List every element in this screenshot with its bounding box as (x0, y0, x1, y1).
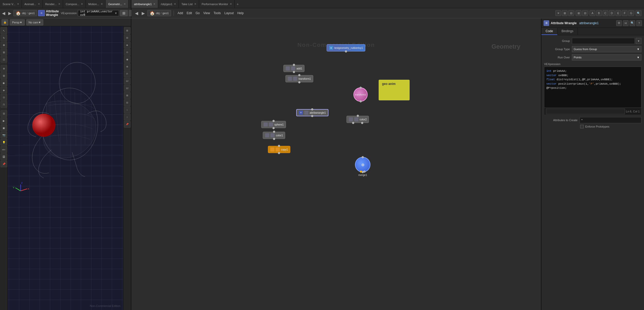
layout-d-button[interactable]: D (609, 10, 615, 16)
paint-button[interactable]: ◉ (1, 79, 7, 86)
layout-a-button[interactable]: A (590, 10, 595, 16)
node-color1[interactable]: color1 (263, 132, 285, 139)
view-tool-6[interactable]: ⊕ (124, 63, 131, 70)
group-type-dropdown[interactable]: Guess from Group ▼ (572, 46, 641, 52)
close-icon[interactable]: ✕ (174, 3, 176, 5)
view-tool-1[interactable]: ⊞ (124, 27, 131, 34)
view-tool-12[interactable]: ↕ (124, 107, 131, 113)
close-icon[interactable]: ✕ (58, 3, 60, 5)
tab-bindings[interactable]: Bindings (557, 28, 578, 35)
stamp-button[interactable]: ⊙ (1, 94, 7, 101)
lock-button[interactable]: 🔒 (2, 19, 8, 25)
home-path[interactable]: 🏠 obj / geo1 (13, 10, 37, 16)
question-button[interactable]: ? (636, 20, 642, 26)
layout-e-button[interactable]: E (615, 10, 621, 16)
menu-layout[interactable]: Layout (223, 11, 235, 15)
nav-forward-button-right[interactable]: ▶ (141, 11, 146, 16)
vex-resize-handle[interactable] (639, 63, 641, 65)
camera-button[interactable]: 📷 (1, 132, 7, 138)
select-tool-button[interactable]: ↖ (1, 27, 7, 34)
align-left-button[interactable]: ⊞ (120, 10, 128, 16)
node-color2[interactable]: color2 (346, 116, 369, 123)
view-tool-4[interactable]: ⊙ (124, 49, 131, 56)
split-v-button[interactable]: ⊟ (568, 10, 574, 16)
tab-performance-monitor[interactable]: Performance Monitor ✕ (199, 0, 235, 8)
close-pane-button[interactable]: ✕ (555, 10, 561, 16)
view-tool-13[interactable]: ↕ (124, 114, 131, 120)
node-transform1[interactable]: transform1 (285, 75, 313, 82)
rotate-tool-button[interactable]: ↻ (1, 34, 7, 41)
layout-b-button[interactable]: B (596, 10, 602, 16)
home-path-right[interactable]: 🏠 obj / geo1 (147, 10, 171, 16)
view-tool-10[interactable]: ⊞ (124, 92, 131, 99)
node-copy1[interactable]: copy1 (268, 146, 290, 153)
viewport[interactable]: X Y Z Non-Commercial Edition (8, 26, 123, 310)
view-tool-9[interactable]: 12 (124, 85, 131, 92)
tool-icon-btn[interactable]: ⚙ (38, 10, 45, 16)
tab-obj-geo1[interactable]: /obj/geo1 ✕ (158, 0, 179, 8)
enforce-prototypes-checkbox[interactable] (580, 125, 584, 128)
tab-code[interactable]: Code (541, 28, 557, 35)
settings-button[interactable]: ⚙ (616, 20, 622, 26)
close-icon[interactable]: ✕ (194, 3, 196, 5)
tab-take-list[interactable]: Take List ✕ (179, 0, 199, 8)
menu-go[interactable]: Go (194, 11, 201, 15)
search-button[interactable]: 🔍 (636, 10, 641, 16)
view-tool-14[interactable]: 📌 (124, 121, 131, 128)
attr-create-input[interactable] (580, 117, 641, 123)
node-transform2[interactable]: transform2 (353, 87, 368, 102)
persp-dropdown[interactable]: Persp ▼ (10, 19, 25, 25)
layout-g-button[interactable]: G (628, 10, 634, 16)
vex-editor[interactable]: int primAAA; vector uvBBB; float dist=xy… (544, 67, 641, 108)
nav-forward-button[interactable]: ▶ (7, 11, 12, 16)
tab-composite[interactable]: Composi... ✕ (63, 0, 86, 8)
group-input[interactable] (572, 38, 635, 44)
tab-attribwrangle[interactable]: attribwrangle1 ✕ (131, 0, 158, 8)
menu-edit[interactable]: Edit (186, 11, 193, 15)
zoom-button[interactable]: ⊟ (582, 10, 588, 16)
view-tool-5[interactable]: ◉ (124, 56, 131, 63)
transform-tool-button[interactable]: ⊡ (1, 56, 7, 63)
tab-motion[interactable]: Motion... ✕ (86, 0, 106, 8)
layout-c-button[interactable]: C (603, 10, 608, 16)
scale-tool-button[interactable]: ⊞ (1, 49, 7, 56)
group-dropdown-button[interactable]: ▼ (636, 38, 641, 44)
close-icon[interactable]: ✕ (124, 3, 126, 5)
sculpt-button[interactable]: ◈ (1, 87, 7, 93)
close-icon[interactable]: ✕ (230, 3, 232, 5)
menu-add[interactable]: Add (176, 11, 184, 15)
move-tool-button[interactable]: ✥ (1, 42, 7, 48)
render-region-button[interactable]: ▣ (1, 125, 7, 131)
render-button[interactable]: ▶ (1, 117, 7, 124)
node-sphere1[interactable]: sphere1 (261, 121, 286, 128)
nav-back-button[interactable]: ◀ (1, 11, 6, 16)
node-testgeometry[interactable]: ⊞ testgeometry_rubbertoy1 (327, 44, 365, 51)
pose-button[interactable]: ⊓ (1, 101, 7, 108)
add-tab-button[interactable]: + (129, 2, 131, 6)
add-tab-button-right[interactable]: + (235, 2, 241, 6)
close-icon[interactable]: ✕ (153, 3, 155, 5)
menu-help[interactable]: Help (236, 11, 245, 15)
layout-f-button[interactable]: F (622, 10, 628, 16)
tab-animation[interactable]: Animati... ✕ (22, 0, 43, 8)
node-add1[interactable]: add1 (283, 65, 304, 72)
grid-tool-button[interactable]: ⊞ (1, 72, 7, 79)
light-button[interactable]: 💡 (1, 139, 7, 146)
vex-code-input[interactable]: int primAAA;↵vector uvB ▼ (78, 10, 119, 16)
vex-search-input[interactable] (546, 109, 625, 114)
grid-button[interactable]: ⊞ (576, 10, 581, 16)
split-h-button[interactable]: ⊞ (562, 10, 567, 16)
node-merge1[interactable]: ⊕ merge1 (355, 157, 370, 172)
view-tool-3[interactable]: ◈ (124, 42, 131, 48)
run-over-dropdown[interactable]: Points ▼ (572, 54, 641, 60)
tab-render[interactable]: Render... ✕ (43, 0, 63, 8)
view-tool-2[interactable]: ⊟ (124, 34, 131, 41)
view-tool-11[interactable]: ⊟ (124, 99, 131, 106)
magnify-button[interactable]: H (623, 20, 629, 26)
menu-view[interactable]: View (202, 11, 211, 15)
close-icon[interactable]: ✕ (81, 3, 83, 5)
viewport-layout-button[interactable]: ⊟ (1, 110, 7, 117)
node-graph[interactable]: Non-Commercial Edition Geometry (131, 19, 541, 310)
close-icon[interactable]: ✕ (101, 3, 103, 5)
abc-text-button[interactable]: abc (1, 146, 7, 153)
